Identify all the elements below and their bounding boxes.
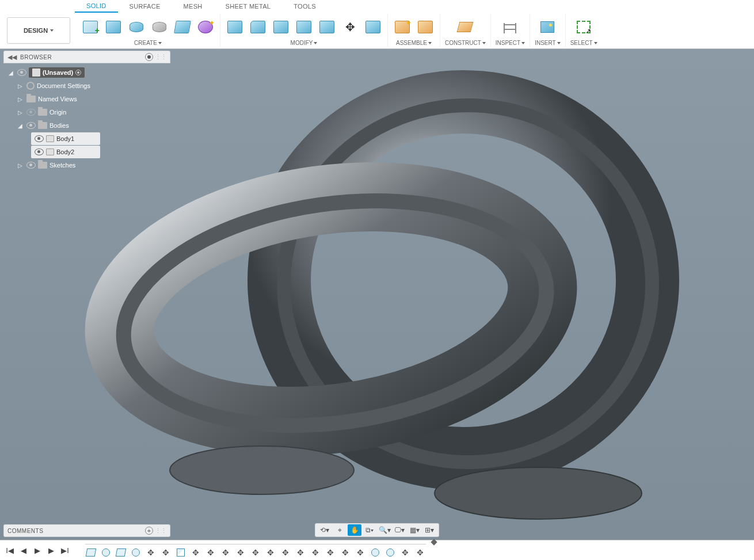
ribbon-tab-tools[interactable]: TOOLS [282,1,328,12]
record-icon[interactable] [75,70,81,75]
tree-body1[interactable]: Body1 [31,132,100,145]
timeline-op-sketch[interactable] [85,547,97,558]
timeline-op-move[interactable]: ✥ [160,547,172,558]
timeline-op-move[interactable]: ✥ [340,547,351,558]
joint-button[interactable] [416,17,435,37]
timeline-op-revolve[interactable] [130,547,142,558]
grid-settings-button[interactable]: ▦▾ [408,524,421,536]
ribbon-tab-sheetmetal[interactable]: SHEET METAL [214,1,283,12]
tree-doc-settings[interactable]: ▷ Document Settings [3,79,170,92]
timeline-next-button[interactable]: ▶ [46,545,56,555]
group-label-modify[interactable]: MODIFY [291,40,318,46]
hole-button[interactable] [150,17,169,37]
combine-button[interactable] [294,17,314,37]
extrude-button[interactable] [104,17,123,37]
timeline-op-move[interactable]: ✥ [325,547,336,558]
align-button[interactable] [363,17,383,37]
timeline-op-chamfer[interactable] [175,547,186,558]
move-button[interactable]: ✥ [340,17,360,37]
tree-root[interactable]: ◢ (Unsaved) [3,66,170,79]
timeline-op-move[interactable]: ✥ [190,547,201,558]
expand-toggle[interactable]: ◢ [16,123,24,129]
revolve-button[interactable] [127,17,146,37]
visibility-icon[interactable] [26,162,36,169]
group-create: + ✦ CREATE [76,14,220,47]
timeline-op-sketch[interactable] [115,547,127,558]
timeline-op-move[interactable]: ✥ [265,547,276,558]
expand-toggle[interactable]: ▷ [16,162,24,169]
timeline-start-button[interactable]: I◀ [5,545,15,555]
tree-body2[interactable]: Body2 [31,146,100,158]
form-button[interactable]: ✦ [196,17,215,37]
tree-origin[interactable]: ▷ Origin [3,106,170,119]
group-label-construct[interactable]: CONSTRUCT [445,40,486,46]
timeline-prev-button[interactable]: ◀ [18,545,29,555]
tree-named-views[interactable]: ▷ Named Views [3,93,170,105]
sketch-button[interactable]: + [81,17,100,37]
shell-button[interactable] [271,17,291,37]
timeline-track[interactable]: ✥✥✥✥✥✥✥✥✥✥✥✥✥✥✥✥ [85,543,426,558]
timeline-op-move[interactable]: ✥ [280,547,291,558]
ribbon-tab-solid[interactable]: SOLID [75,0,118,13]
visibility-icon[interactable] [26,122,36,129]
pan-button[interactable]: ✋ [348,524,361,536]
timeline-op-move[interactable]: ✥ [310,547,321,558]
viewport-layout-button[interactable]: ⊞▾ [422,524,436,536]
timeline-op-move[interactable]: ✥ [355,547,366,558]
timeline-marker[interactable] [431,539,437,545]
workspace-dropdown[interactable]: DESIGN [7,17,70,44]
folder-icon [38,109,47,116]
collapse-arrows-icon[interactable]: ◀◀ [7,54,17,61]
expand-toggle[interactable]: ◢ [7,70,15,76]
timeline-op-revolve[interactable] [384,547,396,558]
expand-toggle[interactable]: ▷ [16,109,24,116]
ribbon-tab-surface[interactable]: SURFACE [118,1,172,12]
visibility-icon[interactable] [35,135,44,142]
visibility-icon[interactable] [26,109,36,116]
timeline-op-move[interactable]: ✥ [145,547,157,558]
timeline-op-move[interactable]: ✥ [250,547,261,558]
timeline-op-move[interactable]: ✥ [235,547,246,558]
expand-toggle[interactable]: ▷ [16,96,24,102]
construct-plane-button[interactable] [455,17,475,37]
zoom-window-button[interactable]: ⧉▾ [363,524,376,536]
chevron-down-icon [158,42,162,44]
timeline-op-move[interactable]: ✥ [220,547,231,558]
visibility-icon[interactable] [35,148,44,155]
group-label-assemble[interactable]: ASSEMBLE [396,40,432,46]
measure-button[interactable] [500,17,520,37]
timeline-op-revolve[interactable] [370,547,381,558]
group-label-insert[interactable]: INSERT [535,40,561,46]
box-button[interactable] [173,17,192,37]
timeline-op-move[interactable]: ✥ [295,547,306,558]
tree-bodies[interactable]: ◢ Bodies [3,119,170,132]
tree-sketches[interactable]: ▷ Sketches [3,159,170,172]
expand-toggle[interactable]: ▷ [16,83,24,89]
timeline-op-move[interactable]: ✥ [414,547,426,558]
tree-label: Body1 [56,135,74,142]
timeline-op-move[interactable]: ✥ [205,547,216,558]
timeline-op-revolve[interactable] [100,547,112,558]
look-at-button[interactable]: ⌖ [333,524,346,536]
offset-face-button[interactable] [317,17,337,37]
group-label-create[interactable]: CREATE [134,40,162,46]
fillet-button[interactable] [248,17,268,37]
new-component-button[interactable]: ✦ [393,17,412,37]
select-button[interactable] [574,17,593,37]
orbit-button[interactable]: ⟲▾ [318,524,332,536]
group-label-inspect[interactable]: INSPECT [496,40,525,46]
timeline-play-button[interactable]: ▶ [32,545,43,555]
display-settings-button[interactable]: 🖵▾ [393,524,406,536]
group-label-select[interactable]: SELECT [570,40,597,46]
presspull-button[interactable] [225,17,245,37]
ribbon-tab-mesh[interactable]: MESH [172,1,214,12]
grip-icon[interactable]: ⋮⋮ [155,527,166,535]
visibility-icon[interactable] [17,69,26,76]
insert-button[interactable] [538,17,557,37]
timeline-op-move[interactable]: ✥ [399,547,411,558]
add-comment-button[interactable]: + [145,527,153,535]
timeline-end-button[interactable]: ▶I [60,545,70,555]
fit-button[interactable]: 🔍▾ [378,524,391,536]
panel-options-button[interactable] [145,53,153,61]
grip-icon[interactable]: ⋮⋮ [155,54,166,61]
